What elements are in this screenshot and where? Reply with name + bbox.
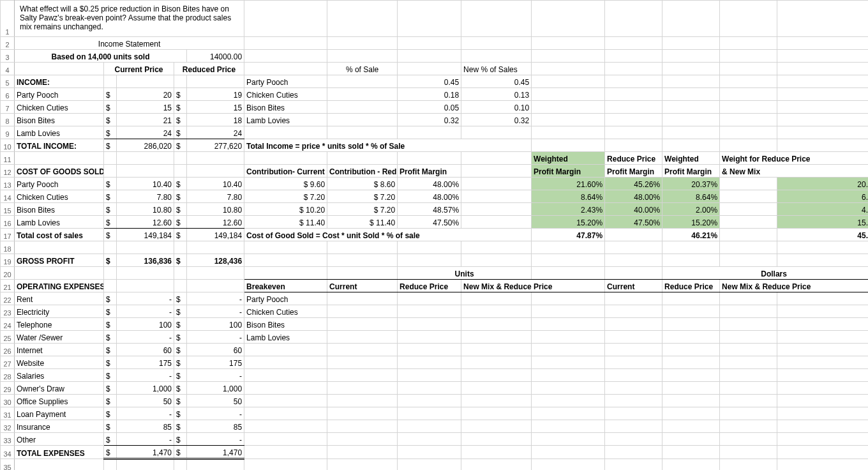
cell[interactable]: 15 (187, 101, 244, 114)
cell[interactable]: Office Supplies (15, 395, 104, 407)
cell[interactable]: 47.87% (532, 229, 605, 241)
cell[interactable]: Chicken Cuties (15, 101, 104, 114)
cell[interactable]: Salaries (15, 369, 104, 382)
hdr-pct-sale[interactable]: % of Sale (327, 63, 398, 75)
hdr-profit-margin3[interactable]: Profit Margin (605, 165, 662, 178)
row-header[interactable]: 8 (1, 114, 15, 126)
cell[interactable]: 0.18 (398, 88, 461, 101)
cell[interactable]: - (187, 292, 244, 305)
cell[interactable]: Website (15, 356, 104, 369)
cell[interactable]: 20.37% (662, 178, 720, 190)
cell[interactable]: Party Pooch (244, 292, 327, 305)
cell[interactable]: Lamb Lovies (15, 216, 104, 229)
cell[interactable]: 45.26% (605, 178, 662, 190)
cell[interactable]: 85 (187, 420, 244, 433)
cell[interactable]: $ 8.60 (327, 178, 398, 190)
row-header[interactable]: 20 (1, 267, 15, 280)
hdr-new-pct[interactable]: New % of Sales (461, 63, 532, 75)
hdr-dollars[interactable]: Dollars (662, 267, 868, 280)
row-header[interactable]: 27 (1, 356, 15, 369)
hdr-weighted2[interactable]: Weighted (662, 152, 720, 165)
row-header[interactable]: 28 (1, 369, 15, 382)
cell[interactable]: 40.00% (605, 203, 662, 216)
cell[interactable]: 100 (187, 318, 244, 331)
row-header[interactable]: 29 (1, 382, 15, 395)
hdr-contrib-reduce[interactable]: Contribution - Reduce (327, 165, 398, 178)
cell[interactable]: $ 9.60 (244, 178, 327, 190)
hdr-contrib-current[interactable]: Contribution- Current (244, 165, 327, 178)
cell[interactable]: Internet (15, 344, 104, 356)
cell[interactable]: 7.80 (187, 190, 244, 203)
cell[interactable]: 12.60 (187, 216, 244, 229)
row-header[interactable]: 13 (1, 178, 15, 190)
cell[interactable]: 1,470 (117, 446, 174, 459)
hdr-reduce-price2[interactable]: Reduce Price (398, 280, 461, 292)
row-header[interactable]: 25 (1, 331, 15, 344)
cell[interactable]: 8.64% (662, 190, 720, 203)
cell[interactable]: 60 (187, 344, 244, 356)
cell[interactable]: - (117, 407, 174, 420)
cell[interactable]: 149,184 (117, 229, 174, 241)
cell[interactable]: $ 11.40 (327, 216, 398, 229)
cell[interactable]: 48.00% (398, 178, 461, 190)
row-header[interactable]: 33 (1, 433, 15, 446)
hdr-newmix-reduce[interactable]: New Mix & Reduce Price (461, 280, 605, 292)
hdr-reduced-price[interactable]: Reduced Price (174, 63, 244, 75)
row-header[interactable]: 22 (1, 292, 15, 305)
row-header[interactable]: 19 (1, 254, 15, 267)
cell[interactable]: 47.50% (398, 216, 461, 229)
cell[interactable]: 10.40 (117, 178, 174, 190)
cell[interactable]: 24 (117, 126, 174, 139)
cell[interactable]: $ 7.20 (327, 190, 398, 203)
row-header[interactable]: 23 (1, 305, 15, 318)
cell[interactable]: Lamb Lovies (15, 126, 104, 139)
cell[interactable]: - (117, 292, 174, 305)
cell[interactable]: 10.80 (117, 203, 174, 216)
cell[interactable]: - (187, 305, 244, 318)
label-gross-profit[interactable]: GROSS PROFIT (15, 254, 104, 267)
cell[interactable]: 277,620 (187, 139, 244, 152)
cell[interactable]: Chicken Cuties (15, 190, 104, 203)
question-cell[interactable]: What effect will a $0.25 price reduction… (15, 1, 244, 37)
row-header[interactable]: 24 (1, 318, 15, 331)
cell[interactable]: 24 (187, 126, 244, 139)
row-header[interactable]: 21 (1, 280, 15, 292)
row-header[interactable]: 31 (1, 407, 15, 420)
cell[interactable]: 15 (117, 101, 174, 114)
hdr-current-price[interactable]: Current Price (104, 63, 174, 75)
cell[interactable]: 18 (187, 114, 244, 126)
cell[interactable]: - (117, 433, 174, 446)
cell[interactable]: 1,470 (187, 446, 244, 459)
cell[interactable]: 15.20% (777, 216, 868, 229)
cell[interactable]: 10.80 (187, 203, 244, 216)
cell[interactable]: Bison Bites (15, 203, 104, 216)
title-income-statement[interactable]: Income Statement (15, 37, 244, 50)
cell[interactable]: 0.13 (461, 88, 532, 101)
cell[interactable]: 15.20% (532, 216, 605, 229)
row-header[interactable]: 32 (1, 420, 15, 433)
row-header[interactable]: 2 (1, 37, 15, 50)
hdr-current[interactable]: Current (327, 280, 398, 292)
cell[interactable]: 19 (187, 88, 244, 101)
label-cogs[interactable]: COST OF GOODS SOLD: (15, 165, 104, 178)
cell[interactable]: 50 (187, 395, 244, 407)
cell[interactable]: 46.21% (662, 229, 720, 241)
cell[interactable]: $ 7.20 (327, 203, 398, 216)
cell[interactable]: 20 (117, 88, 174, 101)
hdr-new-mix[interactable]: & New Mix (720, 165, 868, 178)
cell[interactable]: 12.60 (117, 216, 174, 229)
row-header[interactable]: 26 (1, 344, 15, 356)
cell[interactable]: 4.00% (777, 203, 868, 216)
row-header[interactable]: 34 (1, 446, 15, 459)
label-total-expenses[interactable]: TOTAL EXPENSES (15, 446, 104, 459)
subtitle[interactable]: Based on 14,000 units sold (15, 50, 187, 63)
row-header[interactable]: 10 (1, 139, 15, 152)
cell[interactable]: 2.43% (532, 203, 605, 216)
hdr-weighted[interactable]: Weighted (532, 152, 605, 165)
cell[interactable]: Lamb Lovies (244, 331, 327, 344)
row-header[interactable]: 1 (1, 1, 15, 37)
row-header[interactable]: 35 (1, 459, 15, 471)
cell[interactable]: - (187, 369, 244, 382)
cell[interactable]: 286,020 (117, 139, 174, 152)
row-header[interactable]: 11 (1, 152, 15, 165)
